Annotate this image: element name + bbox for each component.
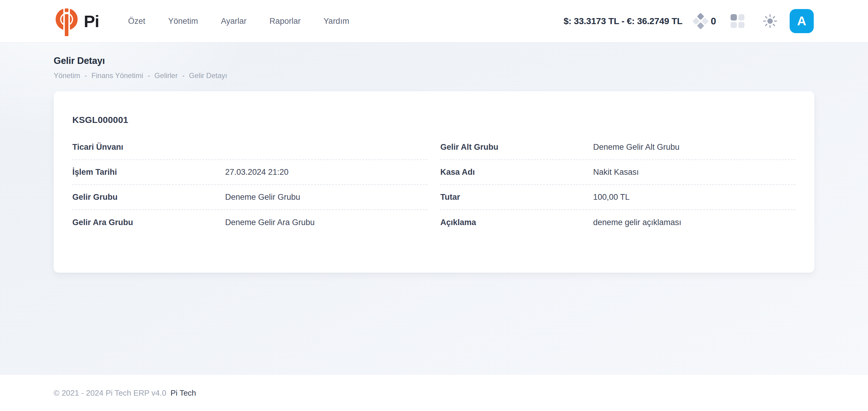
detail-value: Deneme Gelir Grubu [225,193,300,202]
user-avatar[interactable]: A [789,9,814,33]
detail-value: deneme gelir açıklaması [593,218,681,227]
breadcrumb: Yönetim - Finans Yönetimi - Gelirler - G… [54,71,814,80]
detail-row-islem-tarihi: İşlem Tarihi 27.03.2024 21:20 [72,160,428,185]
breadcrumb-item-yonetim[interactable]: Yönetim [54,71,80,80]
nav-item-ozet[interactable]: Özet [128,17,145,26]
page-content: Gelir Detayı Yönetim - Finans Yönetimi -… [0,42,868,375]
detail-row-gelir-alt-grubu: Gelir Alt Grubu Deneme Gelir Alt Grubu [440,135,796,160]
breadcrumb-separator: - [85,72,87,80]
detail-grid: Ticari Ünvanı İşlem Tarihi 27.03.2024 21… [72,135,796,235]
detail-label: İşlem Tarihi [72,167,225,177]
grid-icon-cell [731,14,737,21]
diamonds-icon [693,13,708,30]
detail-label: Tutar [440,193,593,202]
page-footer: © 2021 - 2024 Pi Tech ERP v4.0 Pi Tech [0,375,868,411]
footer-brand-link[interactable]: Pi Tech [170,388,196,398]
detail-value: Nakit Kasası [593,167,639,177]
detail-label: Kasa Adı [440,167,593,177]
logo-wordmark: Pi [84,11,99,31]
detail-label: Ticari Ünvanı [72,143,225,152]
breadcrumb-item-gelirler[interactable]: Gelirler [154,71,178,80]
detail-row-tutar: Tutar 100,00 TL [440,185,796,210]
grid-icon-cell [738,22,745,28]
nav-item-ayarlar[interactable]: Ayarlar [221,17,247,26]
detail-column-left: Ticari Ünvanı İşlem Tarihi 27.03.2024 21… [72,135,428,235]
notifications-button[interactable]: 0 [693,13,716,30]
copyright-text: © 2021 - 2024 Pi Tech ERP v4.0 [54,388,166,398]
detail-label: Gelir Grubu [72,193,225,202]
record-code: KSGL000001 [72,115,796,125]
nav-item-yardim[interactable]: Yardım [324,17,349,26]
breadcrumb-separator: - [148,72,150,80]
detail-value: 27.03.2024 21:20 [225,167,288,177]
detail-value: 100,00 TL [593,193,629,202]
detail-label: Gelir Ara Grubu [72,218,225,227]
theme-toggle-button[interactable] [763,14,777,28]
detail-label: Gelir Alt Grubu [440,143,593,152]
top-navbar: Pi Özet Yönetim Ayarlar Raporlar Yardım … [0,0,868,42]
grid-icon-cell [738,14,745,21]
breadcrumb-separator: - [182,72,184,80]
detail-row-kasa-adi: Kasa Adı Nakit Kasası [440,160,796,185]
detail-row-gelir-grubu: Gelir Grubu Deneme Gelir Grubu [72,185,428,210]
page-title: Gelir Detayı [54,56,814,66]
nav-item-yonetim[interactable]: Yönetim [168,17,198,26]
grid-icon-cell [731,22,737,28]
pi-logo-icon [54,6,79,36]
pi-logo[interactable]: Pi [54,6,99,36]
currency-rates: $: 33.3173 TL - €: 36.2749 TL [564,16,682,26]
income-detail-card: KSGL000001 Ticari Ünvanı İşlem Tarihi 27… [54,91,814,273]
detail-column-right: Gelir Alt Grubu Deneme Gelir Alt Grubu K… [440,135,796,235]
breadcrumb-item-gelir-detayi: Gelir Detayı [189,71,227,80]
apps-grid-button[interactable] [731,14,744,28]
detail-row-aciklama: Açıklama deneme gelir açıklaması [440,210,796,235]
detail-row-ticari-unvani: Ticari Ünvanı [72,135,428,160]
notification-count: 0 [711,16,716,27]
detail-row-gelir-ara-grubu: Gelir Ara Grubu Deneme Gelir Ara Grubu [72,210,428,235]
main-nav: Özet Yönetim Ayarlar Raporlar Yardım [128,17,349,26]
header-actions: $: 33.3173 TL - €: 36.2749 TL 0 [564,9,814,33]
sun-icon [763,14,777,28]
detail-value: Deneme Gelir Ara Grubu [225,218,315,227]
detail-label: Açıklama [440,218,593,227]
breadcrumb-item-finans-yonetimi[interactable]: Finans Yönetimi [91,71,143,80]
detail-value: Deneme Gelir Alt Grubu [593,143,680,152]
nav-item-raporlar[interactable]: Raporlar [270,17,301,26]
